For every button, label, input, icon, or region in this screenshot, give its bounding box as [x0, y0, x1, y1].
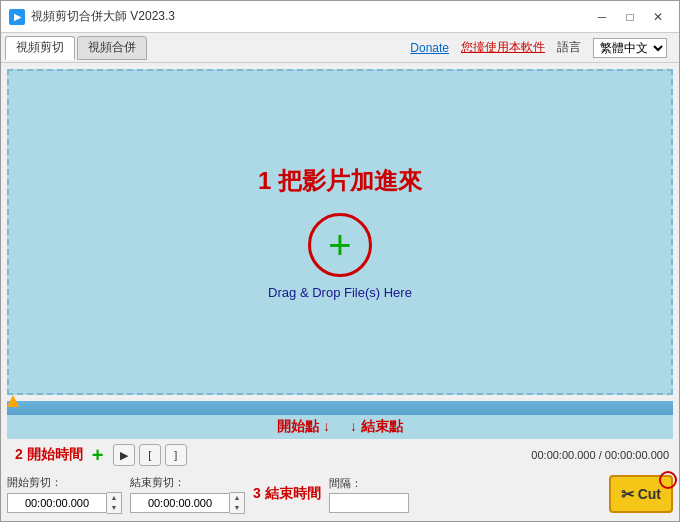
donate-link[interactable]: Donate: [410, 41, 449, 55]
plus-icon: +: [328, 225, 351, 265]
end-cut-input[interactable]: [130, 493, 230, 513]
current-time: 00:00:00.000: [531, 449, 595, 461]
help-link[interactable]: 您擡使用本軟件: [461, 39, 545, 56]
tab-video-cut[interactable]: 視頻剪切: [5, 36, 75, 60]
set-start-button[interactable]: [: [139, 444, 161, 466]
set-end-button[interactable]: ]: [165, 444, 187, 466]
drop-area[interactable]: 1 把影片加進來 + Drag & Drop File(s) Here: [7, 69, 673, 395]
main-content: 1 把影片加進來 + Drag & Drop File(s) Here 開始點 …: [1, 63, 679, 521]
time-separator: /: [599, 449, 602, 461]
end-cut-spinners: ▲ ▼: [230, 492, 245, 514]
end-cut-up[interactable]: ▲: [230, 493, 244, 503]
lang-select[interactable]: 繁體中文 简体中文 English: [593, 38, 667, 58]
interval-label: 間隔：: [329, 476, 409, 491]
time-display: 00:00:00.000 / 00:00:00.000: [531, 449, 669, 461]
cut-button[interactable]: ✂ Cut: [609, 475, 673, 513]
total-time: 00:00:00.000: [605, 449, 669, 461]
add-file-button[interactable]: +: [308, 213, 372, 277]
interval-input[interactable]: [329, 493, 409, 513]
add-segment-button[interactable]: +: [87, 444, 109, 466]
scissors-icon: ✂: [621, 485, 634, 504]
bottom-bar: 開始剪切： ▲ ▼ 結束剪切： ▲ ▼: [7, 471, 673, 517]
lang-label: 語言: [557, 39, 581, 56]
window-controls: ─ □ ✕: [589, 6, 671, 28]
controls-bar: 2 開始時間 + ▶ [ ] 00:00:00.000 / 00:00:00.0…: [7, 439, 673, 471]
end-cut-input-wrapper: ▲ ▼: [130, 492, 245, 514]
menu-right: Donate 您擡使用本軟件 語言 繁體中文 简体中文 English: [410, 38, 675, 58]
app-icon: ▶: [9, 9, 25, 25]
cut-label: Cut: [638, 486, 661, 502]
step1-label: 1 把影片加進來: [258, 165, 422, 197]
step3-label: 3 結束時間: [253, 485, 321, 503]
timeline-bar[interactable]: [7, 401, 673, 415]
start-cut-down[interactable]: ▼: [107, 503, 121, 513]
title-bar: ▶ 視頻剪切合併大師 V2023.3 ─ □ ✕: [1, 1, 679, 33]
start-cut-input[interactable]: [7, 493, 107, 513]
menu-bar: 視頻剪切 視頻合併 Donate 您擡使用本軟件 語言 繁體中文 简体中文 En…: [1, 33, 679, 63]
start-cut-group: 開始剪切： ▲ ▼: [7, 475, 122, 514]
minimize-button[interactable]: ─: [589, 6, 615, 28]
timeline-fill: [7, 401, 673, 415]
start-cut-up[interactable]: ▲: [107, 493, 121, 503]
start-cut-input-wrapper: ▲ ▼: [7, 492, 122, 514]
end-cut-down[interactable]: ▼: [230, 503, 244, 513]
step2-label: 2 開始時間: [15, 446, 83, 464]
interval-group: 間隔：: [329, 476, 409, 513]
tab-video-merge[interactable]: 視頻合併: [77, 36, 147, 60]
end-point-label: ↓ 結束點: [350, 418, 403, 436]
cut-btn-circle: [659, 471, 677, 489]
start-cut-label: 開始剪切：: [7, 475, 122, 490]
maximize-button[interactable]: □: [617, 6, 643, 28]
main-window: ▶ 視頻剪切合併大師 V2023.3 ─ □ ✕ 視頻剪切 視頻合併 Donat…: [0, 0, 680, 522]
start-cut-spinners: ▲ ▼: [107, 492, 122, 514]
cut-points-bar: 開始點 ↓ ↓ 結束點: [7, 415, 673, 439]
play-button[interactable]: ▶: [113, 444, 135, 466]
end-cut-group: 結束剪切： ▲ ▼: [130, 475, 245, 514]
close-button[interactable]: ✕: [645, 6, 671, 28]
window-title: 視頻剪切合併大師 V2023.3: [31, 8, 589, 25]
start-point-label: 開始點 ↓: [277, 418, 330, 436]
end-cut-label: 結束剪切：: [130, 475, 245, 490]
drop-text: Drag & Drop File(s) Here: [268, 285, 412, 300]
